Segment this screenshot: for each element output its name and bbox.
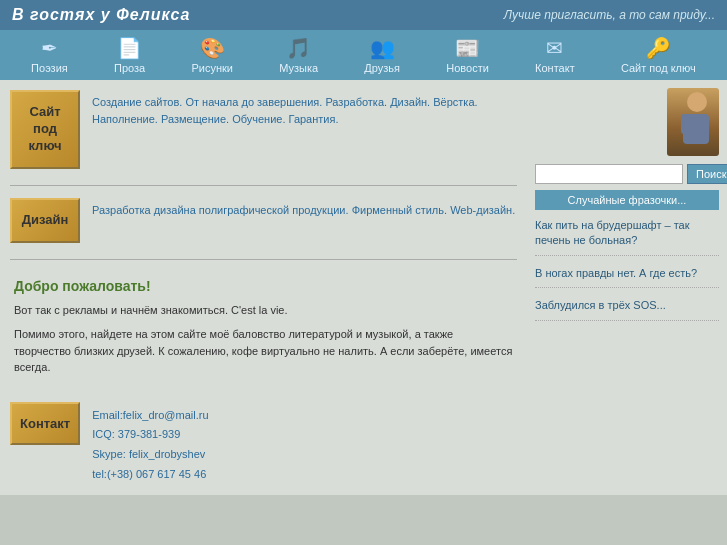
left-content: Сайтподключ Создание сайтов. От начала д…	[0, 80, 527, 495]
nav-item-poetry[interactable]: ✒ Поэзия	[25, 34, 74, 76]
contact-tel: tel:(+38) 067 617 45 46	[92, 465, 208, 485]
music-icon: 🎵	[286, 36, 311, 60]
header: В гостях у Феликса Лучше пригласить, а т…	[0, 0, 727, 30]
site-title: В гостях у Феликса	[12, 6, 190, 24]
phrase-3: Заблудился в трёх SOS...	[535, 298, 719, 320]
nav-item-friends[interactable]: 👥 Друзья	[358, 34, 406, 76]
svg-point-0	[687, 92, 707, 112]
divider-2	[10, 259, 517, 260]
navigation: ✒ Поэзия 📄 Проза 🎨 Рисунки 🎵 Музыка 👥 Др…	[0, 30, 727, 80]
search-area: Поиск на сайте	[535, 164, 719, 184]
person-image	[667, 88, 719, 156]
contact-info: Email:felix_dro@mail.ru ICQ: 379-381-939…	[92, 402, 208, 485]
nav-item-prose[interactable]: 📄 Проза	[108, 34, 151, 76]
contact-icq: ICQ: 379-381-939	[92, 425, 208, 445]
nav-label-drawings: Рисунки	[191, 62, 233, 74]
service-label-design: Дизайн	[10, 198, 80, 243]
nav-item-drawings[interactable]: 🎨 Рисунки	[185, 34, 239, 76]
main-layout: Сайтподключ Создание сайтов. От начала д…	[0, 80, 727, 495]
contact-email: Email:felix_dro@mail.ru	[92, 406, 208, 426]
turnkey-icon: 🔑	[646, 36, 671, 60]
nav-item-music[interactable]: 🎵 Музыка	[273, 34, 324, 76]
search-button[interactable]: Поиск на сайте	[687, 164, 727, 184]
welcome-title: Добро пожаловать!	[14, 278, 513, 294]
header-subtitle: Лучше пригласить, а то сам приду...	[504, 8, 715, 22]
drawings-icon: 🎨	[200, 36, 225, 60]
welcome-section: Добро пожаловать! Вот так с рекламы и на…	[10, 272, 517, 394]
right-sidebar: Поиск на сайте Случайные фразочки... Как…	[527, 80, 727, 495]
service-label-turnkey: Сайтподключ	[10, 90, 80, 169]
service-text-turnkey: Создание сайтов. От начала до завершения…	[92, 90, 517, 127]
nav-item-turnkey[interactable]: 🔑 Сайт под ключ	[615, 34, 702, 76]
contact-skype: Skype: felix_drobyshev	[92, 445, 208, 465]
random-phrases-header: Случайные фразочки...	[535, 190, 719, 210]
welcome-text1: Вот так с рекламы и начнём знакомиться. …	[14, 302, 513, 319]
news-icon: 📰	[455, 36, 480, 60]
nav-item-news[interactable]: 📰 Новости	[440, 34, 495, 76]
nav-label-poetry: Поэзия	[31, 62, 68, 74]
phrase-1: Как пить на брудершафт – так печень не б…	[535, 218, 719, 256]
nav-label-contact: Контакт	[535, 62, 575, 74]
contact-label: Контакт	[10, 402, 80, 445]
prose-icon: 📄	[117, 36, 142, 60]
nav-label-music: Музыка	[279, 62, 318, 74]
nav-label-friends: Друзья	[364, 62, 400, 74]
service-card-design: Дизайн Разработка дизайна полиграфическо…	[10, 198, 517, 243]
phrase-2: В ногах правды нет. А где есть?	[535, 266, 719, 288]
welcome-text2: Помимо этого, найдете на этом сайте моё …	[14, 326, 513, 376]
divider-1	[10, 185, 517, 186]
svg-rect-2	[681, 114, 687, 134]
nav-label-turnkey: Сайт под ключ	[621, 62, 696, 74]
service-card-turnkey: Сайтподключ Создание сайтов. От начала д…	[10, 90, 517, 169]
nav-label-news: Новости	[446, 62, 489, 74]
friends-icon: 👥	[370, 36, 395, 60]
service-text-design: Разработка дизайна полиграфической проду…	[92, 198, 517, 219]
search-input[interactable]	[535, 164, 683, 184]
nav-item-contact[interactable]: ✉ Контакт	[529, 34, 581, 76]
contact-nav-icon: ✉	[546, 36, 563, 60]
svg-rect-3	[699, 114, 705, 134]
nav-label-prose: Проза	[114, 62, 145, 74]
contact-card: Контакт Email:felix_dro@mail.ru ICQ: 379…	[10, 402, 517, 485]
poetry-icon: ✒	[41, 36, 58, 60]
